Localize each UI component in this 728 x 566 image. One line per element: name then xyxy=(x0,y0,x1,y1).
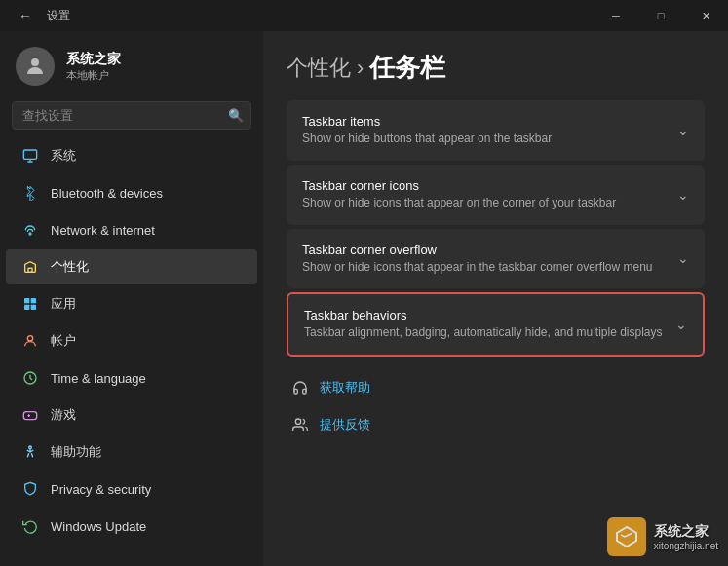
setting-taskbar-corner-overflow[interactable]: Taskbar corner overflow Show or hide ico… xyxy=(287,229,705,289)
setting-desc: Show or hide buttons that appear on the … xyxy=(302,131,666,147)
titlebar-controls: ─ □ ✕ xyxy=(594,0,728,31)
svg-point-12 xyxy=(295,419,300,424)
network-icon xyxy=(21,221,39,239)
setting-text: Taskbar corner icons Show or hide icons … xyxy=(302,178,666,211)
main-layout: 系统之家 本地帐户 🔍 系统 Bluetooth & devices xyxy=(0,31,728,566)
setting-title: Taskbar items xyxy=(302,114,666,129)
get-help-link[interactable]: 获取帮助 xyxy=(287,372,705,403)
headset-icon xyxy=(290,378,310,397)
chevron-down-icon: ⌄ xyxy=(677,123,689,138)
feedback-label: 提供反馈 xyxy=(320,416,370,434)
watermark-url: xitongzhijia.net xyxy=(654,541,718,551)
chevron-down-icon: ⌄ xyxy=(677,187,689,203)
sidebar: 系统之家 本地帐户 🔍 系统 Bluetooth & devices xyxy=(0,31,263,566)
setting-title: Taskbar corner icons xyxy=(302,178,666,193)
get-help-label: 获取帮助 xyxy=(320,379,370,396)
setting-text: Taskbar corner overflow Show or hide ico… xyxy=(302,243,666,276)
sidebar-item-privacy[interactable]: Privacy & security xyxy=(6,472,257,507)
svg-rect-5 xyxy=(31,298,36,303)
sidebar-item-label-update: Windows Update xyxy=(51,519,146,534)
svg-point-8 xyxy=(27,336,32,341)
search-icon: 🔍 xyxy=(228,108,244,123)
watermark-logo xyxy=(607,517,646,556)
accessibility-icon xyxy=(21,443,39,461)
watermark-text: 系统之家 xitongzhijia.net xyxy=(654,523,718,551)
back-button[interactable]: ← xyxy=(12,2,39,29)
setting-title: Taskbar corner overflow xyxy=(302,243,666,257)
search-box: 🔍 xyxy=(12,101,251,130)
sidebar-item-gaming[interactable]: 游戏 xyxy=(6,397,257,433)
maximize-button[interactable]: □ xyxy=(638,0,683,31)
user-info: 系统之家 本地帐户 xyxy=(66,51,121,83)
content-area: 个性化 › 任务栏 Taskbar items Show or hide but… xyxy=(263,31,728,566)
personalization-icon xyxy=(21,258,39,276)
search-input[interactable] xyxy=(12,101,251,130)
bluetooth-icon xyxy=(21,184,39,202)
sidebar-item-label-gaming: 游戏 xyxy=(51,406,76,424)
setting-text: Taskbar items Show or hide buttons that … xyxy=(302,114,666,147)
sidebar-item-label-privacy: Privacy & security xyxy=(51,482,151,497)
titlebar-title: 设置 xyxy=(47,8,70,24)
sidebar-item-label-apps: 应用 xyxy=(51,295,76,313)
sidebar-item-personalization[interactable]: 个性化 xyxy=(6,249,257,284)
user-section: 系统之家 本地帐户 xyxy=(0,31,263,97)
sidebar-item-system[interactable]: 系统 xyxy=(6,138,257,173)
chevron-down-icon: ⌄ xyxy=(675,317,687,332)
accounts-icon xyxy=(21,332,39,350)
sidebar-item-network[interactable]: Network & internet xyxy=(6,212,257,247)
feedback-icon xyxy=(290,415,310,434)
sidebar-item-label-network: Network & internet xyxy=(51,223,155,238)
sidebar-item-accessibility[interactable]: 辅助功能 xyxy=(6,434,257,470)
sidebar-item-label-system: 系统 xyxy=(51,147,76,165)
svg-rect-1 xyxy=(23,150,36,159)
sidebar-item-label-accessibility: 辅助功能 xyxy=(51,443,101,461)
setting-taskbar-items[interactable]: Taskbar items Show or hide buttons that … xyxy=(287,100,705,161)
system-icon xyxy=(21,147,39,165)
svg-point-11 xyxy=(29,446,32,449)
settings-list: Taskbar items Show or hide buttons that … xyxy=(287,100,705,357)
sidebar-item-label-bluetooth: Bluetooth & devices xyxy=(51,186,163,201)
breadcrumb-parent: 个性化 xyxy=(287,54,351,83)
watermark: 系统之家 xitongzhijia.net xyxy=(607,517,718,556)
gaming-icon xyxy=(21,406,39,424)
svg-point-2 xyxy=(29,233,31,235)
watermark-title: 系统之家 xyxy=(654,523,718,541)
avatar xyxy=(16,47,55,86)
help-links: 获取帮助 提供反馈 xyxy=(287,372,705,440)
sidebar-item-label-time: Time & language xyxy=(51,371,146,386)
time-icon xyxy=(21,369,39,387)
setting-desc: Taskbar alignment, badging, automaticall… xyxy=(304,324,664,341)
sidebar-item-update[interactable]: Windows Update xyxy=(6,509,257,544)
sidebar-item-label-personalization: 个性化 xyxy=(51,258,89,276)
close-button[interactable]: ✕ xyxy=(683,0,728,31)
setting-taskbar-behaviors[interactable]: Taskbar behaviors Taskbar alignment, bad… xyxy=(287,292,705,357)
setting-desc: Show or hide icons that appear on the co… xyxy=(302,195,666,211)
sidebar-item-bluetooth[interactable]: Bluetooth & devices xyxy=(6,175,257,210)
setting-title: Taskbar behaviors xyxy=(304,308,664,322)
breadcrumb-current: 任务栏 xyxy=(369,51,445,85)
feedback-link[interactable]: 提供反馈 xyxy=(287,409,705,440)
sidebar-item-label-accounts: 帐户 xyxy=(51,332,76,350)
user-type: 本地帐户 xyxy=(66,68,121,83)
svg-rect-3 xyxy=(28,268,32,272)
apps-icon xyxy=(21,295,39,313)
privacy-icon xyxy=(21,480,39,498)
setting-desc: Show or hide icons that appear in the ta… xyxy=(302,259,666,276)
minimize-button[interactable]: ─ xyxy=(594,0,638,31)
user-name: 系统之家 xyxy=(66,51,121,68)
sidebar-item-accounts[interactable]: 帐户 xyxy=(6,323,257,358)
breadcrumb-separator: › xyxy=(357,56,364,81)
titlebar: ← 设置 ─ □ ✕ xyxy=(0,0,728,31)
setting-taskbar-corner-icons[interactable]: Taskbar corner icons Show or hide icons … xyxy=(287,165,705,225)
sidebar-item-apps[interactable]: 应用 xyxy=(6,286,257,321)
svg-rect-6 xyxy=(24,305,29,310)
svg-point-0 xyxy=(31,58,39,66)
update-icon xyxy=(21,517,39,535)
svg-rect-4 xyxy=(24,298,29,303)
breadcrumb: 个性化 › 任务栏 xyxy=(287,51,705,85)
chevron-down-icon: ⌄ xyxy=(677,250,689,266)
setting-text: Taskbar behaviors Taskbar alignment, bad… xyxy=(304,308,664,341)
sidebar-item-time[interactable]: Time & language xyxy=(6,360,257,396)
svg-rect-7 xyxy=(31,305,36,310)
